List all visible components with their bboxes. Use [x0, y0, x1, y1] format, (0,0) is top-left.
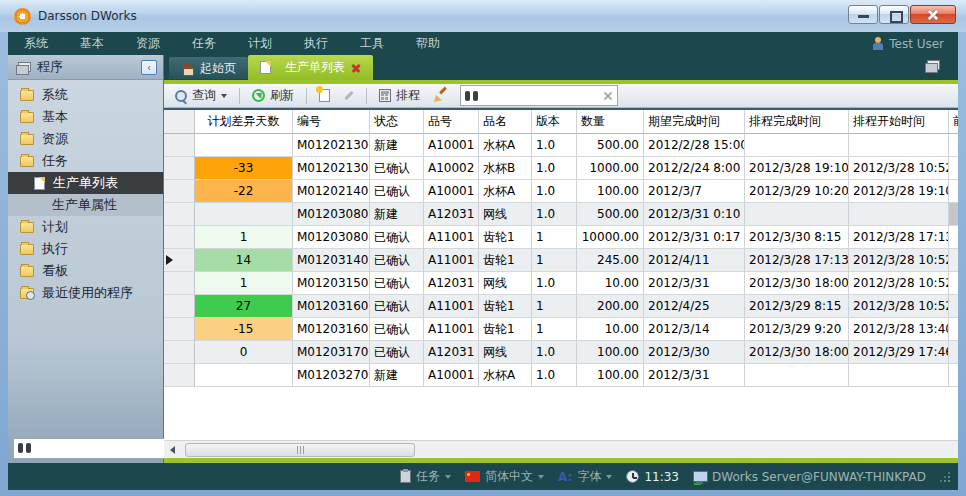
table-row[interactable]: M012032701新建A10001水杯A1.0100.002012/3/31 [164, 364, 958, 387]
column-header[interactable]: 版本 [532, 110, 577, 134]
sidebar-item-label: 看板 [42, 262, 68, 280]
cell-name: 齿轮1 [479, 226, 532, 249]
server-label: DWorks Server@FUNWAY-THINKPAD [712, 470, 926, 484]
cell-item: A10001 [424, 134, 479, 157]
task-menu[interactable]: 任务 [396, 468, 455, 485]
column-header[interactable]: 品号 [424, 110, 479, 134]
menu-item-execute[interactable]: 执行 [288, 35, 344, 52]
sidebar-item-plan[interactable]: 计划 [8, 216, 163, 238]
folder-icon [20, 156, 34, 167]
toolbar-search-clear-icon[interactable] [603, 91, 613, 101]
cell-extra [949, 272, 958, 295]
sidebar-search-input[interactable] [31, 441, 186, 455]
sidebar-item-production-order-props[interactable]: 生产单属性 [8, 194, 163, 216]
language-menu[interactable]: 简体中文 [461, 468, 548, 485]
column-header[interactable]: 数量 [577, 110, 644, 134]
table-row[interactable]: M012030801新建A12031网线1.0500.002012/3/31 0… [164, 203, 958, 226]
sidebar-item-production-order-list[interactable]: 生产单列表 [8, 172, 163, 194]
sidebar-title: 程序 [37, 58, 63, 76]
minimize-button[interactable] [848, 5, 878, 24]
language-label: 简体中文 [485, 468, 533, 485]
menu-item-help[interactable]: 帮助 [400, 35, 456, 52]
cell-extra: # [949, 203, 958, 226]
table-row[interactable]: -15M012031602已确认A11001齿轮1110.002012/3/14… [164, 318, 958, 341]
caret-down-icon [538, 475, 544, 479]
cell-sched_end [745, 203, 849, 226]
window-list-icon[interactable] [925, 60, 939, 71]
cell-sched_start: 2012/3/28 10:52 [849, 295, 949, 318]
sidebar-item-recent-programs[interactable]: 最近使用的程序 [8, 282, 163, 304]
menu-item-basic[interactable]: 基本 [64, 35, 120, 52]
cell-sched_start: 2012/3/28 17:13 [849, 226, 949, 249]
column-header[interactable]: 计划差异天数 [195, 110, 293, 134]
toolbar: 查询 刷新 排程 [164, 84, 958, 108]
cell-extra [949, 341, 958, 364]
cell-extra [949, 364, 958, 387]
menu-item-tools[interactable]: 工具 [344, 35, 400, 52]
pencil-icon [344, 91, 353, 100]
sidebar-item-system[interactable]: 系统 [8, 84, 163, 106]
menu-item-plan[interactable]: 计划 [232, 35, 288, 52]
sidebar-item-execute[interactable]: 执行 [8, 238, 163, 260]
toolbar-search-input[interactable] [478, 89, 603, 103]
menu-item-system[interactable]: 系统 [8, 35, 64, 52]
resize-grip[interactable] [940, 472, 950, 482]
cell-expect: 2012/3/31 [644, 364, 745, 387]
cell-no: M012031602 [293, 318, 370, 341]
column-header[interactable]: 编号 [293, 110, 370, 134]
edit-button[interactable] [339, 92, 359, 99]
sidebar-item-label: 任务 [42, 152, 68, 170]
column-header[interactable]: 排程完成时间 [745, 110, 849, 134]
refresh-label: 刷新 [270, 87, 294, 104]
menu-item-resource[interactable]: 资源 [120, 35, 176, 52]
sidebar-item-task[interactable]: 任务 [8, 150, 163, 172]
window-title: Darsson DWorks [38, 9, 137, 23]
horizontal-scrollbar[interactable] [164, 440, 958, 458]
table-row[interactable]: -22M012021401已确认A10001水杯A1.0100.002012/3… [164, 180, 958, 203]
sidebar-item-resource[interactable]: 资源 [8, 128, 163, 150]
sidebar-collapse-button[interactable]: ‹ [141, 60, 157, 75]
clock-icon [626, 470, 639, 483]
cell-status: 已确认 [370, 157, 424, 180]
table-row[interactable]: 14M012031402已确认A11001齿轮11245.002012/4/11… [164, 249, 958, 272]
cell-sched_start: 2012/3/28 13:40 [849, 318, 949, 341]
table-row[interactable]: 0M012031701已确认A12031网线1.0100.002012/3/30… [164, 341, 958, 364]
sidebar-item-basic[interactable]: 基本 [8, 106, 163, 128]
table-row[interactable]: -33M012021302已确认A10002水杯B1.01000.002012/… [164, 157, 958, 180]
font-menu[interactable]: A: 字体 [554, 468, 616, 485]
query-button[interactable]: 查询 [170, 85, 232, 106]
new-button[interactable] [314, 87, 335, 104]
menu-item-task[interactable]: 任务 [176, 35, 232, 52]
tab-close-icon[interactable] [351, 63, 361, 73]
binoculars-icon [18, 443, 31, 453]
query-caret-icon [221, 94, 227, 98]
scroll-left-button[interactable] [164, 442, 181, 458]
maximize-button[interactable] [879, 5, 909, 24]
table-row[interactable]: 27M012031601已确认A11001齿轮11200.002012/4/25… [164, 295, 958, 318]
column-header[interactable]: 期望完成时间 [644, 110, 745, 134]
close-button[interactable] [910, 5, 956, 24]
table-row[interactable]: 1M012031501已确认A12031网线1.010.002012/3/312… [164, 272, 958, 295]
sidebar-item-kanban[interactable]: 看板 [8, 260, 163, 282]
column-header[interactable]: 前 [949, 110, 958, 134]
schedule-label: 排程 [396, 87, 420, 104]
cell-ver: 1 [532, 318, 577, 341]
cell-expect: 2012/3/31 [644, 272, 745, 295]
user-box[interactable]: Test User [872, 37, 958, 51]
clear-button[interactable] [429, 87, 452, 104]
column-header[interactable]: 品名 [479, 110, 532, 134]
cell-sched_end: 2012/3/29 9:20 [745, 318, 849, 341]
cell-ver: 1.0 [532, 157, 577, 180]
schedule-button[interactable]: 排程 [374, 85, 425, 106]
table-row[interactable]: M012021301新建A10001水杯A1.0500.002012/2/28 … [164, 134, 958, 157]
table-row[interactable]: 1M012030802已确认A11001齿轮1110000.002012/3/3… [164, 226, 958, 249]
refresh-button[interactable]: 刷新 [247, 85, 299, 106]
folder-icon [20, 222, 34, 233]
tab-label: 生产单列表 [285, 59, 345, 76]
column-header[interactable]: 状态 [370, 110, 424, 134]
tab-production-order-list[interactable]: 生产单列表 [248, 55, 373, 80]
cell-no: M012030801 [293, 203, 370, 226]
column-header[interactable]: 排程开始时间 [849, 110, 949, 134]
scrollbar-thumb[interactable] [185, 443, 415, 457]
tab-home[interactable]: 起始页 [169, 57, 248, 79]
